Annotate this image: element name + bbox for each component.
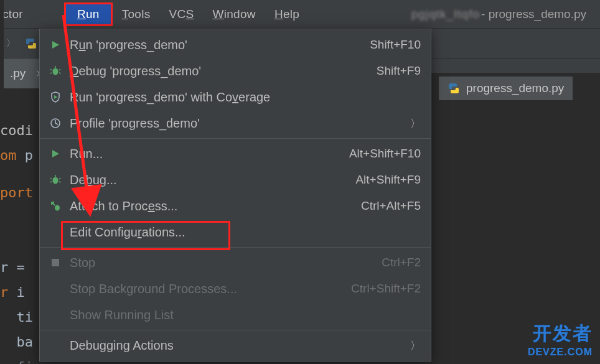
profile-icon (47, 118, 63, 129)
window-title: pgjqtk_Itqfo - progress_demo.py (411, 7, 600, 21)
menu-separator (40, 247, 431, 248)
menu-item-5[interactable]: Debug...Alt+Shift+F9 (40, 167, 431, 193)
python-file-icon[interactable] (24, 37, 38, 50)
menu-separator (40, 138, 431, 139)
menu-separator (40, 330, 431, 330)
menu-item-3[interactable]: Profile 'progress_demo'〉 (40, 110, 431, 136)
svg-line-5 (59, 73, 61, 73)
menu-item-10: Show Running List (40, 302, 431, 328)
menu-item-shortcut: Alt+Shift+F9 (355, 173, 421, 187)
menu-item-shortcut: Ctrl+F2 (382, 256, 421, 269)
menu-item-shortcut: Ctrl+Shift+F2 (351, 282, 421, 296)
python-file-icon (448, 82, 460, 95)
play-icon (47, 40, 63, 50)
svg-line-14 (59, 182, 61, 182)
right-editor-body[interactable] (431, 100, 600, 362)
svg-line-3 (59, 69, 60, 70)
menu-item-shortcut: Shift+F10 (370, 38, 421, 52)
menu-item-9: Stop Background Processes...Ctrl+Shift+F… (40, 276, 431, 302)
menu-item-label: Edit Configurations... (70, 225, 421, 240)
menu-item-11[interactable]: Debugging Actions〉 (40, 332, 431, 358)
menu-item-label: Attach to Process... (70, 199, 361, 213)
breadcrumb-chevron-icon: 〉 (6, 37, 16, 49)
menu-item-2[interactable]: Run 'progress_demo' with Coverage (40, 84, 431, 110)
svg-line-4 (50, 73, 52, 73)
menu-item-label: Debugging Actions (70, 338, 403, 353)
svg-line-8 (55, 123, 58, 124)
menu-item-label: Stop (70, 256, 382, 270)
bug-icon (47, 174, 63, 185)
code-line: om p (0, 143, 33, 168)
svg-line-13 (50, 182, 52, 182)
menubar-window[interactable]: Window (204, 2, 265, 26)
menu-item-label: Run 'progress_demo' with Coverage (70, 90, 421, 105)
submenu-arrow-icon: 〉 (410, 338, 421, 353)
code-line: ba (0, 330, 33, 355)
menubar-tools[interactable]: Tools (113, 2, 160, 26)
code-line: fi (0, 355, 33, 364)
menu-item-4[interactable]: Run...Alt+Shift+F10 (40, 141, 431, 167)
menubar-help[interactable]: Help (265, 2, 309, 26)
play-icon (47, 149, 63, 159)
svg-rect-16 (52, 259, 59, 266)
menu-item-7[interactable]: Edit Configurations... (40, 219, 431, 245)
code-line: r = (0, 255, 25, 280)
menu-item-label: Profile 'progress_demo' (70, 116, 403, 131)
menu-item-label: Run 'progress_demo' (70, 38, 370, 52)
svg-line-11 (50, 178, 52, 179)
code-line: port (0, 180, 33, 205)
menubar: ctor Run Tools VCS Window Help pgjqtk_It… (0, 0, 600, 29)
shield-icon (47, 91, 63, 103)
menu-item-shortcut: Ctrl+Alt+F5 (361, 199, 421, 213)
menu-item-6[interactable]: Attach to Process...Ctrl+Alt+F5 (40, 193, 431, 219)
submenu-arrow-icon: 〉 (410, 116, 421, 131)
run-menu-dropdown: Run 'progress_demo'Shift+F10Debug 'progr… (39, 29, 431, 362)
menu-item-8: StopCtrl+F2 (40, 250, 431, 276)
menu-item-label: Debug... (70, 173, 355, 187)
menu-item-label: Show Running List (70, 308, 421, 322)
menu-item-label: Stop Background Processes... (70, 282, 351, 296)
svg-line-2 (50, 69, 52, 70)
stop-icon (47, 258, 63, 267)
svg-point-15 (55, 205, 60, 211)
menu-item-shortcut: Shift+F9 (377, 64, 421, 78)
menu-item-0[interactable]: Run 'progress_demo'Shift+F10 (40, 32, 431, 58)
menu-item-label: Run... (70, 147, 349, 161)
menubar-vcs[interactable]: VCS (160, 2, 204, 26)
right-editor-tab[interactable]: progress_demo.py (439, 77, 573, 100)
svg-point-9 (53, 177, 59, 184)
menu-item-1[interactable]: Debug 'progress_demo'Shift+F9 (40, 58, 431, 84)
menubar-truncated-left: ctor (0, 2, 29, 26)
right-editor-panel: progress_demo.py (431, 73, 600, 364)
menu-item-shortcut: Alt+Shift+F10 (349, 147, 421, 161)
svg-point-0 (53, 68, 59, 75)
code-line: r i (0, 280, 25, 305)
code-line: ti (0, 305, 33, 330)
menu-item-label: Debug 'progress_demo' (70, 64, 377, 78)
bug-icon (47, 65, 63, 77)
menubar-run[interactable]: Run (64, 2, 113, 26)
attach-icon (47, 200, 63, 212)
svg-line-12 (59, 178, 60, 179)
code-line: codi (0, 118, 33, 143)
